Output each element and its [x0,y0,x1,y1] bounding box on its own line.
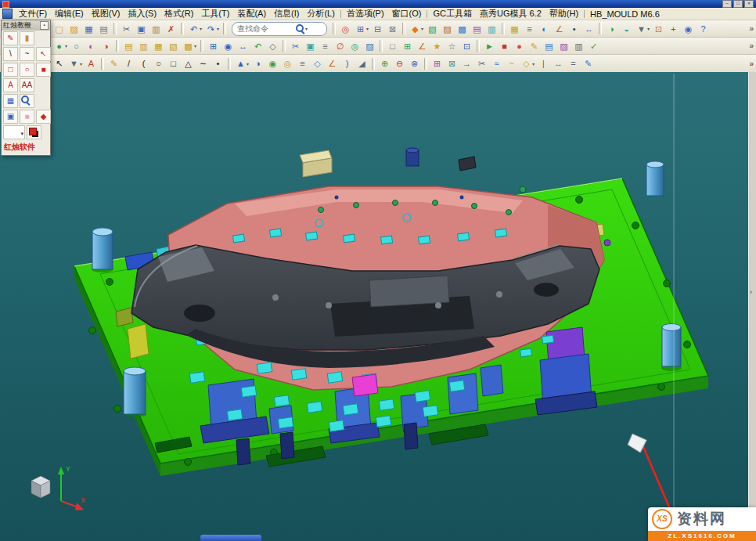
shaded-mode-dropdown-icon[interactable]: ▾ [65,43,67,49]
mirror-feature-icon[interactable]: ⊠ [445,56,459,70]
text-icon[interactable]: A [85,56,98,70]
toolbar-overflow-icon[interactable]: » [749,60,754,68]
sheetmetal-app-icon[interactable]: ▤ [470,22,484,36]
ellipse-tool-icon[interactable]: ○ [20,63,34,77]
graphics-window[interactable]: Y X [0,72,756,541]
studio-mode-icon[interactable]: ◐ [85,39,98,53]
help-icon[interactable]: ? [697,22,710,36]
shaded-mode-icon[interactable]: ●▾ [52,39,68,53]
extrude-icon[interactable]: ▲▾ [234,56,250,70]
blend-icon[interactable]: ) [340,56,354,70]
undo-dropdown-icon[interactable]: ▾ [200,26,202,31]
rib-icon[interactable]: ≡ [296,56,309,70]
copy-icon[interactable]: ▣ [135,22,148,36]
datum-plane-icon[interactable]: ◇▾ [520,56,535,70]
intersect-icon[interactable]: ⊗ [408,56,421,70]
unite-icon[interactable]: ⊕ [378,56,391,70]
straight-line-icon[interactable]: \ [3,47,18,61]
undo-icon[interactable]: ↶▾ [187,22,203,36]
offset-surface-icon[interactable]: ≈ [490,56,503,70]
selection-type-icon[interactable]: ▼▾ [67,56,83,70]
menu-preferences[interactable]: 首选项(P) [343,8,388,20]
scene-settings-icon[interactable]: ☆ [445,39,459,53]
boss-icon[interactable]: ◎ [281,56,294,70]
application-start-icon[interactable]: ◆▾ [409,22,424,36]
arc-icon[interactable]: ( [137,56,150,70]
fullscreen-icon[interactable]: ⊡ [460,39,473,53]
print-view-icon[interactable]: ▥ [572,39,585,53]
menu-window[interactable]: 窗口(O) [388,8,426,20]
drafting-app-icon[interactable]: ▨ [441,22,454,36]
redo-dropdown-icon[interactable]: ▾ [217,26,219,31]
measure-distance-icon[interactable]: ↔ [552,56,565,70]
text-large-icon[interactable]: AA [20,78,34,92]
polygon-tool-icon[interactable]: △ [182,56,195,70]
new-icon[interactable]: ▢ [52,22,66,36]
menu-help[interactable]: 帮助(H) [545,8,582,20]
menu-analysis[interactable]: 分析(L) [303,8,338,20]
point-dialog-icon[interactable]: • [567,22,581,36]
pan-icon[interactable]: ↔ [236,39,250,53]
report-icon[interactable]: ▤ [542,39,556,53]
command-finder-icon[interactable]: ◎ [339,22,352,36]
redo-icon[interactable]: ↷▾ [204,22,220,36]
screen-image-icon[interactable]: ▦ [3,94,18,108]
export-image-icon[interactable]: ▨ [557,39,571,53]
text-tool-icon[interactable]: A [3,78,18,92]
ejector-block[interactable] [352,374,378,396]
orient-iso-icon[interactable]: ▧ [167,39,180,53]
arrow-icon[interactable]: ↖ [36,47,51,61]
menu-edit[interactable]: 编辑(E) [51,8,88,20]
studio-app-icon[interactable]: ▥ [485,22,499,36]
assembly-app-icon[interactable]: ▩ [455,22,469,36]
shape-stamp-icon[interactable]: ◆ [36,110,51,124]
save-screen-icon[interactable]: ▣ [3,110,18,124]
background-icon[interactable]: ▨ [363,39,376,53]
pattern-feature-icon[interactable]: ⊞ [430,56,444,70]
rect-tool-icon[interactable]: □ [3,63,18,77]
search-dropdown-icon[interactable]: ▾ [305,26,308,31]
fit-view-icon[interactable]: ◉ [682,22,695,36]
trim-body-icon[interactable]: ✂ [475,56,488,70]
wireframe-mode-icon[interactable]: ○ [70,39,83,53]
selection-filter-dropdown-icon[interactable]: ▾ [647,26,650,31]
paste-icon[interactable]: ▥ [149,22,163,36]
color-picker-icon[interactable] [27,125,41,139]
face-analysis-icon[interactable]: ◑ [99,39,113,53]
edit-feature-icon[interactable]: ✎ [581,56,595,70]
snapshot-icon[interactable]: ▣ [304,39,317,53]
datum-csys-icon[interactable]: ∠ [553,22,566,36]
selection-filter-icon[interactable]: ▼▾ [635,22,650,36]
application-start-dropdown-icon[interactable]: ▾ [421,26,423,31]
render-style-icon[interactable]: ★ [430,39,444,53]
window-menu-icon[interactable] [2,9,13,19]
orient-top-icon[interactable]: ▤ [122,39,135,53]
hole-icon[interactable]: ◉ [266,56,279,70]
hide-icon[interactable]: ∅ [333,39,347,53]
menu-assemblies[interactable]: 装配(A) [233,8,270,20]
pen-width-select-icon[interactable] [3,125,25,139]
rail-chevron-icon[interactable]: › [750,288,752,296]
subtract-icon[interactable]: ⊖ [393,56,406,70]
sweep-icon[interactable]: ~ [505,56,518,70]
tile-windows-icon[interactable]: ⊟ [371,22,384,36]
perspective-icon[interactable]: ◇ [266,39,279,53]
selection-type-dropdown-icon[interactable]: ▾ [80,61,82,67]
palette-close-icon[interactable]: ▪ [40,21,49,30]
open-icon[interactable]: ▨ [67,22,81,36]
close-window-icon[interactable]: ⊠ [386,22,399,36]
filled-rect-tool-icon[interactable]: ■ [36,63,51,77]
curve-line-icon[interactable]: ~ [20,47,34,61]
snap-point-icon[interactable]: ⊡ [652,22,665,36]
menu-information[interactable]: 信息(I) [270,8,303,20]
search-icon[interactable] [295,23,305,34]
spline-icon[interactable]: ∼ [196,56,210,70]
expressions-icon[interactable]: = [567,56,580,70]
datum-plane-dropdown-icon[interactable]: ▾ [532,61,535,67]
modeling-app-icon[interactable]: ▧ [426,22,439,36]
layer-settings-icon[interactable]: ≡ [523,22,536,36]
orient-trimetric-icon[interactable]: ▩▾ [182,39,197,53]
delete-icon[interactable]: ✗ [164,22,178,36]
show-icon[interactable]: ◎ [348,39,362,53]
highlighter-icon[interactable]: ▮ [20,31,34,45]
